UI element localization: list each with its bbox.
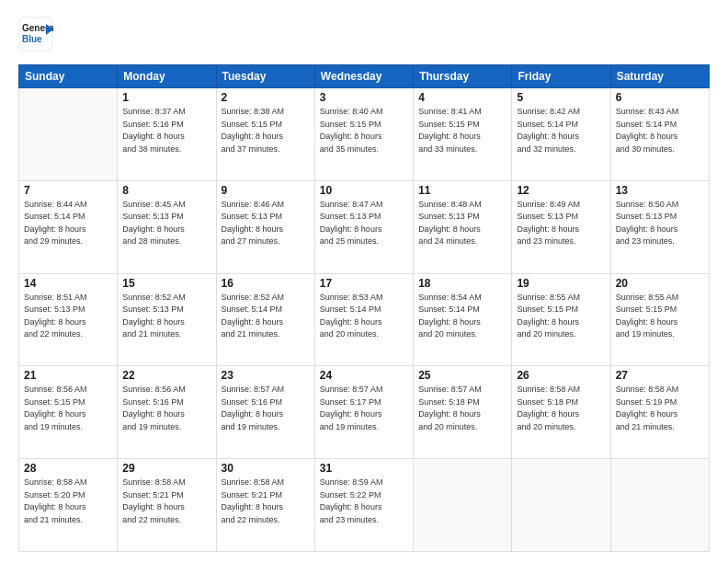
calendar-cell: 25Sunrise: 8:57 AM Sunset: 5:18 PM Dayli… (414, 366, 512, 459)
calendar-cell: 26Sunrise: 8:58 AM Sunset: 5:18 PM Dayli… (512, 366, 610, 459)
day-info: Sunrise: 8:55 AM Sunset: 5:15 PM Dayligh… (616, 292, 704, 341)
day-info: Sunrise: 8:45 AM Sunset: 5:13 PM Dayligh… (122, 199, 210, 248)
calendar-cell: 14Sunrise: 8:51 AM Sunset: 5:13 PM Dayli… (19, 273, 118, 366)
calendar-header-row: SundayMondayTuesdayWednesdayThursdayFrid… (19, 65, 710, 88)
calendar-cell: 21Sunrise: 8:56 AM Sunset: 5:15 PM Dayli… (19, 366, 118, 459)
day-number: 7 (24, 184, 112, 197)
logo-icon: General Blue (18, 17, 53, 52)
day-info: Sunrise: 8:54 AM Sunset: 5:14 PM Dayligh… (418, 292, 506, 341)
calendar-cell: 4Sunrise: 8:41 AM Sunset: 5:15 PM Daylig… (414, 88, 512, 181)
calendar-table: SundayMondayTuesdayWednesdayThursdayFrid… (18, 64, 710, 552)
calendar-cell: 8Sunrise: 8:45 AM Sunset: 5:13 PM Daylig… (118, 180, 216, 273)
calendar-cell (414, 459, 512, 552)
day-number: 12 (517, 184, 605, 197)
day-info: Sunrise: 8:52 AM Sunset: 5:14 PM Dayligh… (222, 292, 310, 341)
day-number: 22 (122, 369, 210, 382)
calendar-cell: 13Sunrise: 8:50 AM Sunset: 5:13 PM Dayli… (610, 180, 709, 273)
calendar-header-wednesday: Wednesday (314, 65, 413, 88)
day-info: Sunrise: 8:47 AM Sunset: 5:13 PM Dayligh… (320, 199, 408, 248)
calendar-cell: 1Sunrise: 8:37 AM Sunset: 5:16 PM Daylig… (118, 88, 216, 181)
day-number: 11 (418, 184, 506, 197)
calendar-cell: 20Sunrise: 8:55 AM Sunset: 5:15 PM Dayli… (610, 273, 709, 366)
day-info: Sunrise: 8:59 AM Sunset: 5:22 PM Dayligh… (320, 477, 408, 526)
day-info: Sunrise: 8:55 AM Sunset: 5:15 PM Dayligh… (517, 292, 605, 341)
day-number: 8 (122, 184, 210, 197)
day-number: 13 (616, 184, 704, 197)
calendar-week-1: 7Sunrise: 8:44 AM Sunset: 5:14 PM Daylig… (19, 180, 710, 273)
day-info: Sunrise: 8:57 AM Sunset: 5:18 PM Dayligh… (418, 384, 506, 433)
calendar-cell: 31Sunrise: 8:59 AM Sunset: 5:22 PM Dayli… (314, 459, 413, 552)
calendar-cell: 28Sunrise: 8:58 AM Sunset: 5:20 PM Dayli… (19, 459, 118, 552)
calendar-week-4: 28Sunrise: 8:58 AM Sunset: 5:20 PM Dayli… (19, 459, 710, 552)
calendar-header-thursday: Thursday (414, 65, 512, 88)
calendar-cell: 27Sunrise: 8:58 AM Sunset: 5:19 PM Dayli… (610, 366, 709, 459)
day-info: Sunrise: 8:38 AM Sunset: 5:15 PM Dayligh… (222, 106, 310, 155)
day-info: Sunrise: 8:52 AM Sunset: 5:13 PM Dayligh… (122, 292, 210, 341)
calendar-cell: 24Sunrise: 8:57 AM Sunset: 5:17 PM Dayli… (314, 366, 413, 459)
calendar-cell: 3Sunrise: 8:40 AM Sunset: 5:15 PM Daylig… (314, 88, 413, 181)
calendar-cell: 22Sunrise: 8:56 AM Sunset: 5:16 PM Dayli… (118, 366, 216, 459)
page: General Blue SundayMondayTuesdayWednesda… (0, 0, 728, 563)
calendar-cell: 30Sunrise: 8:58 AM Sunset: 5:21 PM Dayli… (216, 459, 314, 552)
calendar-week-3: 21Sunrise: 8:56 AM Sunset: 5:15 PM Dayli… (19, 366, 710, 459)
day-number: 24 (320, 369, 408, 382)
calendar-cell: 6Sunrise: 8:43 AM Sunset: 5:14 PM Daylig… (610, 88, 709, 181)
calendar-cell: 5Sunrise: 8:42 AM Sunset: 5:14 PM Daylig… (512, 88, 610, 181)
day-info: Sunrise: 8:50 AM Sunset: 5:13 PM Dayligh… (616, 199, 704, 248)
calendar-cell: 2Sunrise: 8:38 AM Sunset: 5:15 PM Daylig… (216, 88, 314, 181)
calendar-cell (610, 459, 709, 552)
calendar-cell: 7Sunrise: 8:44 AM Sunset: 5:14 PM Daylig… (19, 180, 118, 273)
day-info: Sunrise: 8:48 AM Sunset: 5:13 PM Dayligh… (418, 199, 506, 248)
day-info: Sunrise: 8:56 AM Sunset: 5:15 PM Dayligh… (24, 384, 112, 433)
calendar-header-friday: Friday (512, 65, 610, 88)
day-info: Sunrise: 8:53 AM Sunset: 5:14 PM Dayligh… (320, 292, 408, 341)
day-info: Sunrise: 8:58 AM Sunset: 5:21 PM Dayligh… (222, 477, 310, 526)
day-number: 14 (24, 277, 112, 290)
calendar-cell (512, 459, 610, 552)
day-info: Sunrise: 8:41 AM Sunset: 5:15 PM Dayligh… (418, 106, 506, 155)
day-info: Sunrise: 8:44 AM Sunset: 5:14 PM Dayligh… (24, 199, 112, 248)
day-number: 21 (24, 369, 112, 382)
day-number: 3 (320, 91, 408, 104)
calendar-cell: 11Sunrise: 8:48 AM Sunset: 5:13 PM Dayli… (414, 180, 512, 273)
day-info: Sunrise: 8:56 AM Sunset: 5:16 PM Dayligh… (122, 384, 210, 433)
day-info: Sunrise: 8:40 AM Sunset: 5:15 PM Dayligh… (320, 106, 408, 155)
day-number: 2 (222, 91, 310, 104)
day-number: 5 (517, 91, 605, 104)
day-number: 25 (418, 369, 506, 382)
calendar-cell: 19Sunrise: 8:55 AM Sunset: 5:15 PM Dayli… (512, 273, 610, 366)
day-number: 30 (222, 462, 310, 475)
day-info: Sunrise: 8:51 AM Sunset: 5:13 PM Dayligh… (24, 292, 112, 341)
day-info: Sunrise: 8:57 AM Sunset: 5:17 PM Dayligh… (320, 384, 408, 433)
day-info: Sunrise: 8:57 AM Sunset: 5:16 PM Dayligh… (222, 384, 310, 433)
calendar-cell: 29Sunrise: 8:58 AM Sunset: 5:21 PM Dayli… (118, 459, 216, 552)
calendar-cell: 18Sunrise: 8:54 AM Sunset: 5:14 PM Dayli… (414, 273, 512, 366)
calendar-cell: 12Sunrise: 8:49 AM Sunset: 5:13 PM Dayli… (512, 180, 610, 273)
calendar-cell: 17Sunrise: 8:53 AM Sunset: 5:14 PM Dayli… (314, 273, 413, 366)
day-number: 27 (616, 369, 704, 382)
day-info: Sunrise: 8:58 AM Sunset: 5:18 PM Dayligh… (517, 384, 605, 433)
calendar-cell: 9Sunrise: 8:46 AM Sunset: 5:13 PM Daylig… (216, 180, 314, 273)
day-number: 17 (320, 277, 408, 290)
header: General Blue (18, 17, 710, 55)
day-number: 10 (320, 184, 408, 197)
calendar-header-monday: Monday (118, 65, 216, 88)
day-info: Sunrise: 8:46 AM Sunset: 5:13 PM Dayligh… (222, 199, 310, 248)
logo: General Blue (18, 17, 59, 55)
day-number: 18 (418, 277, 506, 290)
day-number: 16 (222, 277, 310, 290)
calendar-week-2: 14Sunrise: 8:51 AM Sunset: 5:13 PM Dayli… (19, 273, 710, 366)
day-number: 31 (320, 462, 408, 475)
day-number: 15 (122, 277, 210, 290)
day-number: 1 (122, 91, 210, 104)
day-number: 9 (222, 184, 310, 197)
calendar-header-saturday: Saturday (610, 65, 709, 88)
day-info: Sunrise: 8:49 AM Sunset: 5:13 PM Dayligh… (517, 199, 605, 248)
day-number: 26 (517, 369, 605, 382)
day-number: 23 (222, 369, 310, 382)
calendar-week-0: 1Sunrise: 8:37 AM Sunset: 5:16 PM Daylig… (19, 88, 710, 181)
day-info: Sunrise: 8:37 AM Sunset: 5:16 PM Dayligh… (122, 106, 210, 155)
calendar-header-tuesday: Tuesday (216, 65, 314, 88)
calendar-cell (19, 88, 118, 181)
svg-text:Blue: Blue (22, 34, 42, 44)
